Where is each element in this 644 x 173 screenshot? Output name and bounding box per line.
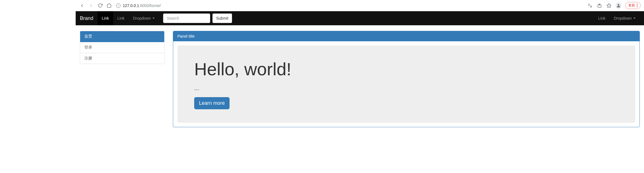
nav-right-dropdown-label: Dropdown [614, 11, 632, 25]
panel: Panel title Hello, world! ... Learn more [173, 31, 640, 127]
svg-marker-1 [607, 3, 611, 7]
svg-point-2 [618, 4, 619, 5]
reload-button[interactable] [97, 3, 103, 9]
back-button[interactable] [79, 3, 85, 9]
sidebar-item-home[interactable]: 首页 [80, 31, 164, 42]
menu-dots-icon [637, 4, 638, 7]
bookmark-star-icon[interactable] [606, 3, 612, 8]
nav-right-dropdown[interactable]: Dropdown [610, 11, 640, 25]
main-content: Panel title Hello, world! ... Learn more [173, 31, 640, 127]
main-container: 首页 登录 注册 Panel title Hello, world! ... L… [76, 25, 644, 133]
nav-right-link[interactable]: Link [594, 11, 610, 25]
profile-avatar[interactable] [616, 3, 621, 8]
navbar-search-form: Submit [159, 13, 236, 23]
jumbotron-heading: Hello, world! [194, 59, 618, 79]
translate-icon[interactable] [587, 3, 593, 8]
sidebar-item-login[interactable]: 登录 [80, 42, 164, 53]
nav-dropdown-label: Dropdown [133, 11, 151, 25]
browser-toolbar: i 127.0.0.1:8000/home/ 更新 [76, 0, 644, 11]
chevron-down-icon [152, 18, 155, 19]
site-info-icon[interactable]: i [116, 3, 121, 8]
panel-title: Panel title [173, 31, 640, 41]
share-icon[interactable] [597, 3, 602, 8]
learn-more-button[interactable]: Learn more [194, 97, 230, 109]
nav-link-2[interactable]: Link [113, 11, 129, 25]
browser-actions-right: 更新 [587, 2, 641, 9]
search-input[interactable] [163, 13, 210, 23]
home-button[interactable] [106, 3, 112, 9]
update-label: 更新 [628, 3, 635, 8]
sidebar: 首页 登录 注册 [80, 31, 165, 127]
navbar: Brand Link Link Dropdown Submit Link Dro… [76, 11, 644, 25]
navbar-brand[interactable]: Brand [80, 11, 98, 25]
update-button[interactable]: 更新 [625, 2, 641, 9]
jumbotron-text: ... [194, 85, 618, 92]
nav-link-active[interactable]: Link [98, 11, 113, 25]
nav-dropdown[interactable]: Dropdown [129, 11, 159, 25]
chevron-down-icon [633, 18, 636, 19]
forward-button[interactable] [88, 3, 94, 9]
jumbotron: Hello, world! ... Learn more [177, 45, 635, 123]
sidebar-item-register[interactable]: 注册 [80, 53, 164, 64]
url-text: 127.0.0.1:8000/home/ [123, 3, 161, 8]
address-bar[interactable]: i 127.0.0.1:8000/home/ [115, 3, 584, 8]
submit-button[interactable]: Submit [212, 13, 232, 23]
sidebar-list: 首页 登录 注册 [80, 31, 165, 64]
panel-body: Hello, world! ... Learn more [173, 41, 640, 127]
navbar-right: Link Dropdown [594, 11, 640, 25]
